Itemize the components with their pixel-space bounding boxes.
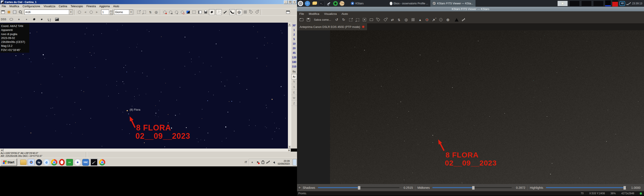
step-back-icon[interactable] bbox=[82, 9, 88, 15]
redo-icon[interactable] bbox=[340, 17, 347, 23]
window-thumbnail-bright[interactable] bbox=[557, 1, 568, 6]
pan-sw-icon[interactable] bbox=[142, 9, 147, 15]
crosshair-icon[interactable] bbox=[445, 17, 451, 23]
ellipse-icon[interactable] bbox=[9, 17, 14, 22]
zoom-in-icon[interactable] bbox=[348, 17, 354, 23]
field-frame-icon[interactable] bbox=[191, 9, 197, 15]
fov-180-button[interactable]: 180 bbox=[292, 60, 297, 64]
rsave-icon[interactable] bbox=[305, 17, 312, 23]
minimize-button[interactable]: _ bbox=[284, 1, 288, 4]
network-signal-icon[interactable] bbox=[627, 2, 630, 5]
tray-expand-icon[interactable] bbox=[251, 161, 254, 164]
save-icon[interactable] bbox=[203, 9, 208, 15]
clock-run-icon[interactable] bbox=[174, 9, 179, 15]
pan-ne-icon[interactable] bbox=[136, 9, 141, 15]
stretch-toggle-button[interactable]: ✛ bbox=[298, 185, 301, 190]
menu-file[interactable]: File bbox=[297, 12, 306, 16]
globe-icon[interactable] bbox=[305, 1, 310, 6]
speaker-icon[interactable] bbox=[272, 161, 275, 164]
undo-icon[interactable] bbox=[334, 17, 340, 23]
preview-tab[interactable]: Anteprima Canon DSLR EOS 450D (PTP mode) bbox=[297, 23, 368, 30]
rrot-r-icon[interactable] bbox=[382, 17, 389, 23]
equatorial-button[interactable]: Eq bbox=[292, 69, 297, 74]
night-vision-icon[interactable] bbox=[186, 9, 191, 15]
sky-chart[interactable]: Coord. Alt/AZ TAN Apparenti ruvo di pugl… bbox=[0, 23, 288, 149]
statistics-icon[interactable] bbox=[460, 17, 467, 23]
menu-finestra[interactable]: Finestra bbox=[85, 4, 98, 8]
fov-10-button[interactable]: 10 bbox=[292, 41, 297, 46]
menu-visualizza[interactable]: Visualizza bbox=[42, 4, 57, 8]
west-button[interactable]: W bbox=[292, 95, 297, 101]
info-panel-icon[interactable] bbox=[197, 9, 202, 15]
window-thumbnail[interactable] bbox=[569, 1, 580, 6]
menu-telescopio[interactable]: Telescopio bbox=[69, 4, 85, 8]
internet-explorer-icon[interactable]: e bbox=[44, 159, 50, 165]
step-up-button[interactable]: ▲ bbox=[109, 9, 113, 12]
cartes-du-ciel-taskbar-icon[interactable] bbox=[90, 159, 98, 166]
sync-arrows-icon[interactable] bbox=[148, 9, 153, 15]
shadows-slider-handle[interactable] bbox=[358, 186, 360, 190]
chart-vertical-scrollbar[interactable]: ▲ ▼ bbox=[288, 23, 291, 149]
fov-2-button[interactable]: 2 bbox=[292, 32, 297, 37]
search-dropdown-arrow[interactable]: ▼ bbox=[69, 10, 73, 14]
mark-stars-icon[interactable] bbox=[403, 17, 410, 23]
image-icon[interactable] bbox=[54, 17, 60, 22]
kstars-launcher-icon[interactable] bbox=[298, 1, 303, 6]
south-button[interactable]: S bbox=[292, 85, 297, 89]
window-thumbnail[interactable] bbox=[581, 1, 592, 6]
azimuthal-button[interactable]: Az bbox=[292, 74, 297, 79]
taskbar-window-ekos[interactable]: Ekos - osservatorio Profile ... bbox=[388, 0, 430, 7]
chrome-icon[interactable] bbox=[51, 159, 57, 165]
chrome2-icon[interactable] bbox=[99, 159, 105, 165]
flip-h-icon[interactable] bbox=[389, 17, 396, 23]
tab-close-icon[interactable] bbox=[362, 26, 364, 28]
rotate-left-icon[interactable] bbox=[248, 9, 254, 15]
fov-1-button[interactable]: 1 bbox=[292, 28, 297, 32]
fov-45-button[interactable]: 45 bbox=[292, 51, 297, 55]
vnc-icon[interactable]: VNC bbox=[82, 159, 89, 166]
mountain-icon[interactable] bbox=[453, 17, 460, 23]
planet-icon[interactable] bbox=[340, 1, 344, 6]
fov-20-button[interactable]: 20 bbox=[292, 46, 297, 51]
search-combo[interactable]: ▼ bbox=[24, 10, 73, 15]
menu-modifica[interactable]: Modifica bbox=[8, 4, 21, 8]
fits-image-viewer[interactable]: 8 FLORA 02__09__2023 bbox=[297, 30, 644, 184]
compass-icon[interactable] bbox=[74, 159, 81, 166]
center-icon[interactable] bbox=[154, 9, 159, 15]
dss-button[interactable]: DSS bbox=[0, 17, 7, 22]
menu-visualizza[interactable]: Visualizza bbox=[322, 12, 339, 16]
star-cluster-icon[interactable] bbox=[216, 9, 222, 15]
chart-horizontal-scrollbar[interactable]: ◀ ▶ bbox=[0, 149, 291, 152]
menu-file[interactable]: File bbox=[0, 4, 8, 8]
rotate-right-icon[interactable] bbox=[254, 9, 260, 15]
clock-red-icon[interactable] bbox=[162, 9, 168, 15]
fov-120-button[interactable]: 120 bbox=[292, 55, 297, 60]
pixel-grid-icon[interactable] bbox=[410, 17, 416, 23]
zenith-button[interactable]: Z bbox=[292, 101, 297, 106]
midtones-slider[interactable] bbox=[432, 187, 512, 188]
shadows-slider[interactable] bbox=[318, 187, 400, 188]
fits-viewer-titlebar[interactable]: KStars FITS Viewer — KStars bbox=[297, 7, 644, 11]
menu-aggiorna[interactable]: Aggiorna bbox=[98, 4, 112, 8]
galaxy-small-icon[interactable] bbox=[39, 17, 44, 22]
taskbar-window-kstars[interactable]: KStars bbox=[349, 0, 366, 7]
dx-map-icon[interactable]: DX bbox=[66, 159, 73, 166]
action-center-flag-icon[interactable] bbox=[256, 161, 260, 164]
menu-cartina[interactable]: Cartina bbox=[57, 4, 69, 8]
zoom-out-icon[interactable] bbox=[354, 17, 361, 23]
highlights-slider-handle[interactable] bbox=[623, 186, 626, 190]
terminal-icon[interactable]: >_ bbox=[319, 1, 324, 6]
galaxy2-icon[interactable] bbox=[32, 17, 37, 22]
show-desktop-button[interactable] bbox=[293, 159, 296, 165]
search-input[interactable] bbox=[24, 11, 69, 14]
fov-310-button[interactable]: 310 bbox=[292, 64, 297, 69]
close-button[interactable]: × bbox=[292, 1, 296, 4]
vnc-server-icon[interactable]: V2 bbox=[620, 1, 625, 6]
window-thumbnail[interactable] bbox=[593, 1, 604, 6]
fov-30min-button[interactable]: 30' bbox=[292, 23, 297, 28]
fits-header-icon[interactable] bbox=[438, 17, 444, 23]
save-as-button[interactable]: Salva come... bbox=[312, 18, 333, 21]
chart-config-icon[interactable] bbox=[6, 9, 12, 15]
histogram-icon[interactable] bbox=[417, 17, 424, 23]
opera-icon[interactable] bbox=[58, 159, 65, 165]
